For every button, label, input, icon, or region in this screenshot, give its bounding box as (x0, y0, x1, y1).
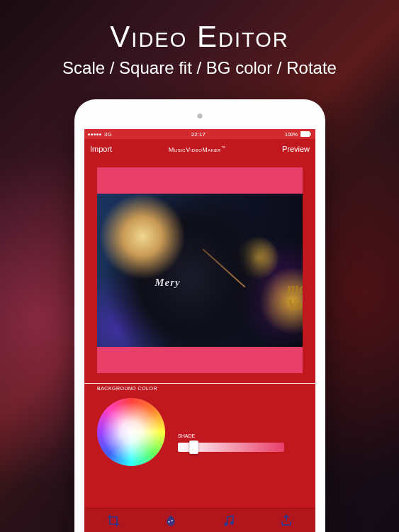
svg-point-2 (169, 521, 170, 522)
shade-label: SHADE (178, 433, 303, 438)
crop-icon (106, 514, 120, 528)
bgcolor-section-label: BACKGROUND COLOR (84, 384, 315, 391)
tablet-device: 3G 22:17 100% Import MusicVideoMaker™ Pr… (74, 99, 325, 532)
svg-point-5 (230, 521, 232, 523)
bgcolor-controls: SHADE (84, 391, 315, 466)
tab-crop[interactable] (84, 509, 142, 532)
battery-percent: 100% (285, 132, 298, 137)
tab-share[interactable] (258, 509, 316, 532)
svg-point-3 (172, 520, 173, 521)
promo-subtitle: Scale / Square fit / BG color / Rotate (0, 58, 399, 78)
import-button[interactable]: Import (90, 145, 112, 153)
status-bar: 3G 22:17 100% (84, 129, 315, 139)
tab-bgcolor[interactable] (142, 509, 201, 532)
promo-title: Video Editor (0, 20, 399, 54)
music-note-icon (222, 514, 236, 528)
device-camera (198, 113, 203, 118)
svg-rect-0 (300, 131, 310, 137)
app-screen: 3G 22:17 100% Import MusicVideoMaker™ Pr… (84, 129, 315, 532)
share-icon (279, 514, 293, 528)
carrier-label: 3G (104, 131, 112, 138)
video-preview-image: Mery maYot (97, 194, 303, 347)
image-overlay-text: Mery (154, 277, 181, 289)
svg-point-4 (225, 523, 227, 525)
preview-button[interactable]: Preview (282, 145, 310, 153)
divider (84, 383, 315, 384)
svg-rect-1 (310, 133, 311, 135)
battery-icon (300, 131, 312, 137)
shade-slider-thumb[interactable] (189, 440, 198, 454)
clock: 22:17 (191, 131, 206, 138)
image-background-text: maYot (287, 279, 303, 314)
tab-bar (84, 508, 315, 532)
shade-slider[interactable] (178, 443, 284, 452)
tab-music[interactable] (200, 509, 258, 532)
paint-icon (164, 514, 178, 528)
canvas-area: Mery maYot (84, 159, 315, 377)
nav-bar: Import MusicVideoMaker™ Preview (84, 139, 315, 159)
color-wheel[interactable] (97, 398, 165, 466)
signal-strength-icon (88, 133, 101, 135)
app-title: MusicVideoMaker™ (169, 145, 225, 153)
video-canvas-frame[interactable]: Mery maYot (97, 167, 303, 373)
